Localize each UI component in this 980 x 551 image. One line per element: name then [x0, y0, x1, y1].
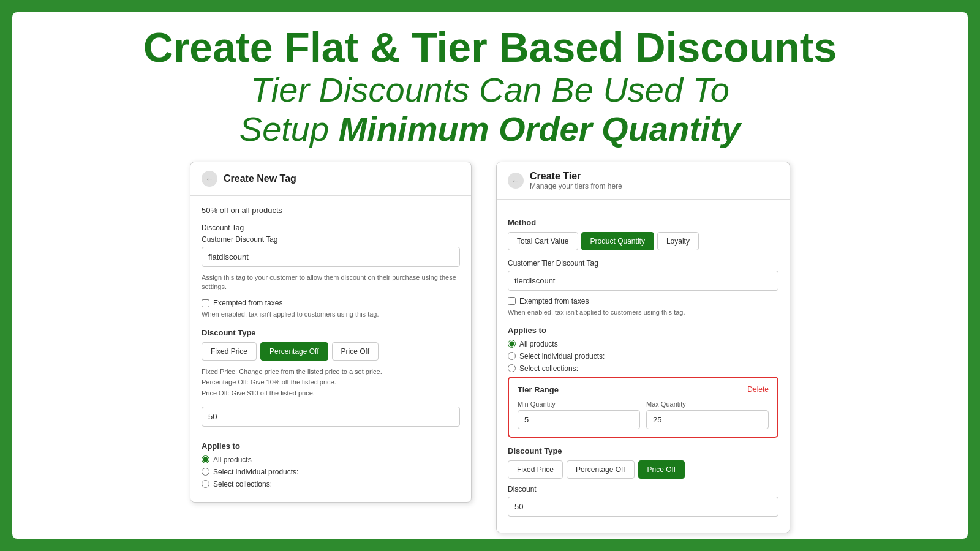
- right-discount-type-buttons: Fixed Price Percentage Off Price Off: [508, 460, 778, 479]
- min-quantity-input[interactable]: [518, 410, 640, 429]
- right-applies-collections-row: Select collections:: [508, 364, 778, 373]
- right-applies-individual-radio[interactable]: [508, 352, 516, 360]
- applies-all-products-row: All products: [202, 455, 460, 464]
- total-cart-value-button[interactable]: Total Cart Value: [508, 232, 578, 250]
- right-panel-subtitle: Manage your tiers from here: [530, 182, 622, 190]
- method-label: Method: [508, 218, 778, 227]
- right-back-button[interactable]: ←: [508, 173, 524, 189]
- discount-tag-label: Discount Tag: [202, 223, 460, 232]
- left-panel: ← Create New Tag 50% off on all products…: [190, 162, 472, 503]
- left-panel-body: 50% off on all products Discount Tag Cus…: [190, 196, 471, 502]
- discount-type-label: Discount Type: [202, 328, 460, 337]
- customer-tier-discount-tag-label: Customer Tier Discount Tag: [508, 259, 778, 268]
- exempt-taxes-label: Exempted from taxes: [213, 299, 282, 307]
- customer-discount-tag-label: Customer Discount Tag: [202, 235, 460, 244]
- customer-discount-tag-input[interactable]: [202, 247, 460, 267]
- right-applies-individual-label: Select individual products:: [519, 352, 605, 361]
- delete-link[interactable]: Delete: [747, 385, 769, 394]
- tier-range-box: Tier Range Delete Min Quantity Max Quant…: [508, 377, 778, 438]
- main-title: Create Flat & Tier Based Discounts: [37, 24, 943, 70]
- exempt-taxes-row: Exempted from taxes: [202, 299, 460, 307]
- percentage-off-button[interactable]: Percentage Off: [260, 342, 328, 361]
- applies-individual-row: Select individual products:: [202, 468, 460, 476]
- right-applies-individual-row: Select individual products:: [508, 352, 778, 361]
- right-applies-to-label: Applies to: [508, 326, 778, 335]
- subtitle-line2: Tier Discounts Can Be Used To: [37, 70, 943, 110]
- quantity-row: Min Quantity Max Quantity: [518, 400, 769, 429]
- tier-range-header: Tier Range Delete: [518, 385, 769, 394]
- loyalty-button[interactable]: Loyalty: [657, 232, 699, 250]
- discount-value-input[interactable]: [202, 407, 460, 427]
- right-exempt-taxes-row: Exempted from taxes: [508, 297, 778, 305]
- applies-all-products-label: All products: [213, 455, 252, 464]
- right-applies-collections-label: Select collections:: [519, 364, 578, 373]
- applies-collections-label: Select collections:: [213, 480, 272, 489]
- max-quantity-label: Max Quantity: [646, 400, 769, 408]
- right-exempt-helper-text: When enabled, tax isn't applied to custo…: [508, 308, 778, 317]
- right-applies-all-products-label: All products: [519, 340, 558, 348]
- subtitle-line3-italic: Setup: [239, 110, 339, 148]
- right-discount-type-label: Discount Type: [508, 446, 778, 455]
- right-fixed-price-button[interactable]: Fixed Price: [508, 460, 563, 479]
- applies-collections-radio[interactable]: [202, 480, 209, 488]
- applies-individual-label: Select individual products:: [213, 468, 298, 476]
- right-price-off-button[interactable]: Price Off: [638, 460, 685, 479]
- applies-individual-radio[interactable]: [202, 468, 209, 476]
- fixed-price-button[interactable]: Fixed Price: [202, 342, 257, 361]
- customer-tier-discount-tag-input[interactable]: [508, 271, 778, 291]
- min-quantity-col: Min Quantity: [518, 400, 640, 429]
- discount-type-buttons: Fixed Price Percentage Off Price Off: [202, 342, 460, 361]
- tier-range-title: Tier Range: [518, 385, 559, 394]
- right-discount-label: Discount: [508, 485, 778, 493]
- right-panel: ← Create Tier Manage your tiers from her…: [496, 162, 790, 533]
- discount-info-text: Fixed Price: Change price from the liste…: [202, 367, 460, 399]
- max-quantity-input[interactable]: [646, 410, 769, 429]
- header-section: Create Flat & Tier Based Discounts Tier …: [12, 12, 968, 156]
- left-back-button[interactable]: ←: [202, 171, 217, 187]
- price-off-button[interactable]: Price Off: [332, 342, 379, 361]
- left-panel-header: ← Create New Tag: [190, 162, 471, 196]
- exempt-helper-text: When enabled, tax isn't applied to custo…: [202, 310, 460, 319]
- right-panel-header: ← Create Tier Manage your tiers from her…: [497, 162, 790, 200]
- subtitle-line3-bold: Minimum Order Quantity: [339, 110, 741, 148]
- right-exempt-taxes-label: Exempted from taxes: [519, 297, 589, 305]
- right-discount-input[interactable]: [508, 497, 778, 517]
- discount-tag-helper: Assign this tag to your customer to allo…: [202, 273, 460, 292]
- right-panel-titles: Create Tier Manage your tiers from here: [530, 171, 622, 190]
- right-panel-title: Create Tier: [530, 171, 622, 182]
- subtitle-line3: Setup Minimum Order Quantity: [37, 110, 943, 149]
- method-buttons: Total Cart Value Product Quantity Loyalt…: [508, 232, 778, 250]
- min-quantity-label: Min Quantity: [518, 400, 640, 408]
- right-panel-body: Method Total Cart Value Product Quantity…: [497, 200, 790, 533]
- left-panel-title: Create New Tag: [224, 173, 296, 184]
- left-panel-description: 50% off on all products: [202, 206, 460, 215]
- right-percentage-off-button[interactable]: Percentage Off: [567, 460, 635, 479]
- main-container: Create Flat & Tier Based Discounts Tier …: [12, 12, 968, 539]
- panels-row: ← Create New Tag 50% off on all products…: [12, 156, 968, 539]
- right-applies-collections-radio[interactable]: [508, 364, 516, 372]
- applies-collections-row: Select collections:: [202, 480, 460, 489]
- max-quantity-col: Max Quantity: [646, 400, 769, 429]
- right-applies-all-products-radio[interactable]: [508, 340, 516, 348]
- exempt-taxes-checkbox[interactable]: [202, 299, 209, 307]
- right-applies-all-products-row: All products: [508, 340, 778, 348]
- right-exempt-taxes-checkbox[interactable]: [508, 297, 516, 305]
- applies-all-products-radio[interactable]: [202, 455, 209, 463]
- applies-to-label: Applies to: [202, 441, 460, 451]
- product-quantity-button[interactable]: Product Quantity: [581, 232, 654, 250]
